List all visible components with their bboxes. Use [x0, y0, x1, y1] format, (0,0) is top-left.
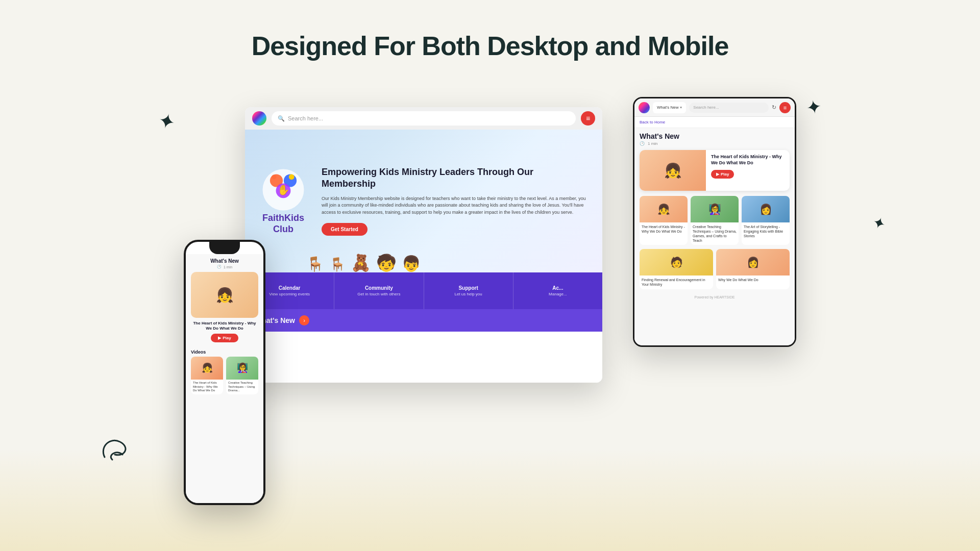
browser-toolbar: 🔍 Search here... ≡	[245, 107, 602, 130]
mobile-video-label-2: Creative Teaching Techniques – Using Dra…	[226, 380, 258, 394]
svg-point-6	[272, 175, 277, 180]
desktop-browser: 🔍 Search here... ≡	[245, 107, 602, 383]
mobile-content: What's New 🕐 1 min 👧 The Heart of Kids M…	[186, 254, 263, 505]
tablet-device: What's New × Search here... ↻ ≡ Back to …	[633, 97, 796, 347]
browser-logo	[252, 111, 266, 126]
feature-account-sub: Manage...	[549, 292, 567, 296]
tablet-refresh-icon[interactable]: ↻	[772, 104, 776, 111]
hamburger-icon: ≡	[586, 114, 590, 122]
grid-thumb-1: 👧	[640, 196, 688, 222]
star-decoration-1: ✦	[156, 108, 179, 135]
feature-account-title: Ac...	[552, 285, 563, 291]
tablet-logo	[639, 102, 650, 113]
tablet-search[interactable]: Search here...	[689, 103, 769, 113]
tablet-featured-info: The Heart of Kids Ministry - Why We Do W…	[706, 150, 790, 191]
feature-support-sub: Let us help you	[454, 292, 482, 296]
feature-community-title: Community	[365, 285, 393, 291]
tablet-search-placeholder: Search here...	[693, 105, 719, 110]
mobile-video-label-1: The Heart of Kids Ministry - Why We Do W…	[191, 380, 223, 394]
mobile-notch	[209, 242, 240, 254]
mobile-clock-icon: 🕐	[217, 265, 222, 269]
mobile-time: 🕐 1 min	[186, 265, 263, 272]
svg-text:✋: ✋	[277, 184, 290, 196]
clock-icon: 🕐	[640, 141, 645, 146]
faithkids-logo-icon: ✋	[260, 167, 306, 213]
feature-calendar-sub: View upcoming events	[269, 292, 310, 296]
mobile-video-1[interactable]: 👧 The Heart of Kids Ministry - Why We Do…	[191, 357, 223, 394]
features-bar: Calendar View upcoming events Community …	[245, 272, 602, 309]
feature-support[interactable]: Support Let us help you	[424, 272, 513, 309]
grid-label-3: The Art of Storytelling - Engaging Kids …	[742, 222, 790, 240]
tablet-time: 🕐 1 min	[634, 141, 795, 150]
hero-logo-area: ✋ FaithKids Club	[260, 167, 306, 235]
grid-label-1: The Heart of Kids Ministry - Why We Do W…	[640, 222, 688, 236]
whats-new-bar: What's New ›	[245, 309, 602, 332]
mobile-video-2[interactable]: 👩‍🏫 Creative Teaching Techniques – Using…	[226, 357, 258, 394]
tablet-grid-item-5[interactable]: 👩 Why We Do What We Do	[716, 249, 790, 289]
hero-heading: Empowering Kids Ministry Leaders Through…	[322, 166, 587, 190]
mobile-device: What's New 🕐 1 min 👧 The Heart of Kids M…	[184, 240, 265, 505]
feature-account[interactable]: Ac... Manage...	[513, 272, 602, 309]
get-started-button[interactable]: Get Started	[322, 223, 368, 236]
tablet-grid-item-4[interactable]: 🧑 Finding Renewal and Encouragement in Y…	[640, 249, 713, 289]
tablet-section-title: What's New	[634, 128, 795, 141]
grid-thumb-2: 👩‍🏫	[691, 196, 739, 222]
tablet-grid-item-2[interactable]: 👩‍🏫 Creative Teaching Techniques – Using…	[691, 196, 739, 245]
hero-text-area: Empowering Kids Ministry Leaders Through…	[322, 166, 587, 236]
hero-characters: 🪑 🪑 🧸 🧒 👦	[306, 253, 421, 272]
tablet-toolbar: What's New × Search here... ↻ ≡	[634, 98, 795, 117]
tablet-back-link[interactable]: Back to Home	[634, 117, 795, 128]
tablet-powered-by: Powered by HEARTSIDE	[634, 293, 795, 301]
tablet-featured-card: 👧 The Heart of Kids Ministry - Why We Do…	[640, 150, 790, 191]
search-placeholder: Search here...	[288, 115, 323, 121]
whats-new-arrow[interactable]: ›	[299, 315, 309, 325]
page-title: Designed For Both Desktop and Mobile	[0, 0, 980, 61]
mobile-play-icon: ▶	[218, 336, 221, 340]
grid-label-2: Creative Teaching Techniques – Using Dra…	[691, 222, 739, 245]
tablet-menu-button[interactable]: ≡	[779, 102, 791, 113]
tablet-featured-title: The Heart of Kids Ministry - Why We Do W…	[711, 154, 785, 166]
search-icon: 🔍	[278, 115, 285, 122]
svg-point-5	[289, 174, 295, 180]
devices-container: 🔍 Search here... ≡	[184, 97, 796, 515]
grid-label-5: Why We Do What We Do	[716, 276, 790, 284]
tablet-content: Back to Home What's New 🕐 1 min 👧 The He…	[634, 117, 795, 345]
mobile-video-thumb-2: 👩‍🏫	[226, 357, 258, 380]
mobile-play-button[interactable]: ▶ Play	[211, 334, 238, 342]
mobile-featured-thumb: 👧	[191, 272, 258, 318]
mobile-videos-label: Videos	[186, 347, 263, 357]
featured-thumbnail: 👧	[640, 150, 706, 191]
tablet-video-grid-2: 🧑 Finding Renewal and Encouragement in Y…	[634, 249, 795, 293]
mobile-featured-image: 👧	[191, 272, 258, 318]
tablet-tab[interactable]: What's New ×	[653, 102, 686, 113]
grid-thumb-3: 👩	[742, 196, 790, 222]
star-decoration-4: ✦	[870, 213, 888, 234]
tablet-grid-item-3[interactable]: 👩 The Art of Storytelling - Engaging Kid…	[742, 196, 790, 245]
mobile-video-grid: 👧 The Heart of Kids Ministry - Why We Do…	[186, 357, 263, 394]
tab-label: What's New ×	[657, 105, 682, 110]
feature-community-sub: Get in touch with others	[357, 292, 400, 296]
squiggle-decoration	[94, 427, 135, 469]
hero-section: ✋ FaithKids Club Empowering Kids Ministr…	[245, 130, 602, 272]
grid-thumb-5: 👩	[716, 249, 790, 276]
tablet-grid-item-1[interactable]: 👧 The Heart of Kids Ministry - Why We Do…	[640, 196, 688, 245]
tablet-play-button[interactable]: ▶ Play	[711, 170, 734, 179]
tablet-video-grid: 👧 The Heart of Kids Ministry - Why We Do…	[634, 196, 795, 249]
mobile-video-thumb-1: 👧	[191, 357, 223, 380]
browser-menu-button[interactable]: ≡	[581, 111, 595, 126]
tablet-featured-image: 👧	[640, 150, 706, 191]
browser-search-bar[interactable]: 🔍 Search here...	[272, 111, 576, 126]
play-icon: ▶	[716, 172, 719, 177]
browser-content: ✋ FaithKids Club Empowering Kids Ministr…	[245, 130, 602, 383]
mobile-section-title: What's New	[186, 254, 263, 265]
feature-community[interactable]: Community Get in touch with others	[334, 272, 424, 309]
feature-calendar-title: Calendar	[279, 285, 301, 291]
star-decoration-2: ✦	[805, 96, 824, 120]
brand-name: FaithKids Club	[262, 213, 304, 235]
hero-description: Our Kids Ministry Membership website is …	[322, 195, 587, 216]
mobile-featured-title: The Heart of Kids Ministry - Why We Do W…	[186, 318, 263, 334]
grid-label-4: Finding Renewal and Encouragement in You…	[640, 276, 713, 289]
feature-support-title: Support	[458, 285, 478, 291]
grid-thumb-4: 🧑	[640, 249, 713, 276]
